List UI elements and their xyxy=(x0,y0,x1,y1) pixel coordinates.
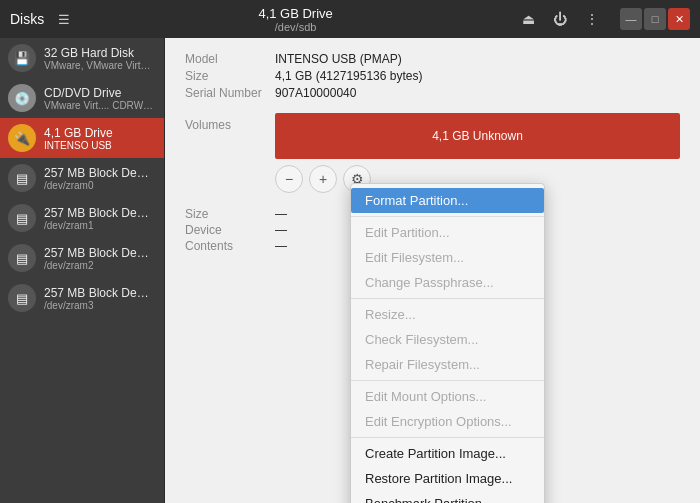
sidebar-text-usb: 4,1 GB Drive INTENSO USB xyxy=(44,126,113,151)
context-menu: Format Partition...Edit Partition...Edit… xyxy=(350,183,545,503)
sidebar-item-usb[interactable]: 🔌 4,1 GB Drive INTENSO USB xyxy=(0,118,164,158)
sidebar-sub-zram3: /dev/zram3 xyxy=(44,300,154,311)
size-value: 4,1 GB (4127195136 bytes) xyxy=(275,69,422,83)
sidebar-icon-zram3: ▤ xyxy=(8,284,36,312)
menu-item-restore-partition-image[interactable]: Restore Partition Image... xyxy=(351,466,544,491)
volume-bar[interactable]: 4,1 GB Unknown xyxy=(275,113,680,159)
menu-item-check-filesystem: Check Filesystem... xyxy=(351,327,544,352)
sidebar-item-zram2[interactable]: ▤ 257 MB Block Device /dev/zram2 xyxy=(0,238,164,278)
detail-contents-value: — xyxy=(275,239,287,253)
size-label: Size xyxy=(185,69,275,83)
menu-item-format-partition[interactable]: Format Partition... xyxy=(351,188,544,213)
sidebar-sub-usb: INTENSO USB xyxy=(44,140,113,151)
content-area: Model INTENSO USB (PMAP) Size 4,1 GB (41… xyxy=(165,38,700,503)
menu-item-resize: Resize... xyxy=(351,302,544,327)
sidebar-sub-hdd: VMware, VMware Virtual S xyxy=(44,60,154,71)
drive-name-title: 4,1 GB Drive xyxy=(258,6,332,21)
sidebar-icon-usb: 🔌 xyxy=(8,124,36,152)
model-row: Model INTENSO USB (PMAP) xyxy=(185,52,680,66)
menu-separator-separator1 xyxy=(351,216,544,217)
drive-info: Model INTENSO USB (PMAP) Size 4,1 GB (41… xyxy=(165,38,700,113)
sidebar-name-usb: 4,1 GB Drive xyxy=(44,126,113,140)
menu-item-repair-filesystem: Repair Filesystem... xyxy=(351,352,544,377)
menu-item-edit-filesystem: Edit Filesystem... xyxy=(351,245,544,270)
model-value: INTENSO USB (PMAP) xyxy=(275,52,402,66)
titlebar-right: ⏏ ⏻ ⋮ — □ ✕ xyxy=(515,7,690,31)
sidebar-name-cdrom: CD/DVD Drive xyxy=(44,86,154,100)
add-volume-button[interactable]: + xyxy=(309,165,337,193)
sidebar-text-zram1: 257 MB Block Device /dev/zram1 xyxy=(44,206,154,231)
power-button[interactable]: ⏻ xyxy=(546,7,574,31)
menu-separator-separator4 xyxy=(351,437,544,438)
volumes-label: Volumes xyxy=(185,113,275,132)
detail-contents-label: Contents xyxy=(185,239,275,253)
eject-button[interactable]: ⏏ xyxy=(515,7,542,31)
titlebar-left: Disks ☰ xyxy=(10,8,76,31)
sidebar-item-zram3[interactable]: ▤ 257 MB Block Device /dev/zram3 xyxy=(0,278,164,318)
sidebar-item-zram0[interactable]: ▤ 257 MB Block Device /dev/zram0 xyxy=(0,158,164,198)
sidebar: 💾 32 GB Hard Disk VMware, VMware Virtual… xyxy=(0,38,165,503)
model-label: Model xyxy=(185,52,275,66)
minimize-button[interactable]: — xyxy=(620,8,642,30)
menu-item-change-passphrase: Change Passphrase... xyxy=(351,270,544,295)
remove-volume-button[interactable]: − xyxy=(275,165,303,193)
sidebar-text-zram2: 257 MB Block Device /dev/zram2 xyxy=(44,246,154,271)
more-options-button[interactable]: ⋮ xyxy=(578,7,606,31)
sidebar-text-cdrom: CD/DVD Drive VMware Virt.... CDRW Drive xyxy=(44,86,154,111)
sidebar-name-zram2: 257 MB Block Device xyxy=(44,246,154,260)
sidebar-item-hdd[interactable]: 💾 32 GB Hard Disk VMware, VMware Virtual… xyxy=(0,38,164,78)
detail-device-label: Device xyxy=(185,223,275,237)
serial-row: Serial Number 907A10000040 xyxy=(185,86,680,100)
sidebar-text-zram0: 257 MB Block Device /dev/zram0 xyxy=(44,166,154,191)
sidebar-sub-zram0: /dev/zram0 xyxy=(44,180,154,191)
serial-label: Serial Number xyxy=(185,86,275,100)
sidebar-sub-zram2: /dev/zram2 xyxy=(44,260,154,271)
volumes-bar-area: 4,1 GB Unknown xyxy=(275,113,700,159)
main-layout: 💾 32 GB Hard Disk VMware, VMware Virtual… xyxy=(0,38,700,503)
sidebar-icon-zram1: ▤ xyxy=(8,204,36,232)
menu-item-benchmark-partition[interactable]: Benchmark Partition... xyxy=(351,491,544,503)
sidebar-text-hdd: 32 GB Hard Disk VMware, VMware Virtual S xyxy=(44,46,154,71)
detail-size-value: — xyxy=(275,207,287,221)
menu-separator-separator3 xyxy=(351,380,544,381)
drive-dev-title: /dev/sdb xyxy=(275,21,317,33)
sidebar-name-zram1: 257 MB Block Device xyxy=(44,206,154,220)
sidebar-icon-hdd: 💾 xyxy=(8,44,36,72)
size-row: Size 4,1 GB (4127195136 bytes) xyxy=(185,69,680,83)
menu-separator-separator2 xyxy=(351,298,544,299)
sidebar-text-zram3: 257 MB Block Device /dev/zram3 xyxy=(44,286,154,311)
menu-item-edit-encryption-options: Edit Encryption Options... xyxy=(351,409,544,434)
sidebar-icon-zram2: ▤ xyxy=(8,244,36,272)
sidebar-name-zram3: 257 MB Block Device xyxy=(44,286,154,300)
detail-size-label: Size xyxy=(185,207,275,221)
menu-item-edit-partition: Edit Partition... xyxy=(351,220,544,245)
menu-button[interactable]: ☰ xyxy=(52,8,76,31)
sidebar-icon-cdrom: 💿 xyxy=(8,84,36,112)
titlebar: Disks ☰ 4,1 GB Drive /dev/sdb ⏏ ⏻ ⋮ — □ … xyxy=(0,0,700,38)
sidebar-item-cdrom[interactable]: 💿 CD/DVD Drive VMware Virt.... CDRW Driv… xyxy=(0,78,164,118)
maximize-button[interactable]: □ xyxy=(644,8,666,30)
sidebar-item-zram1[interactable]: ▤ 257 MB Block Device /dev/zram1 xyxy=(0,198,164,238)
volumes-section: Volumes 4,1 GB Unknown xyxy=(165,113,700,159)
wm-buttons: — □ ✕ xyxy=(620,8,690,30)
sidebar-icon-zram0: ▤ xyxy=(8,164,36,192)
titlebar-center: 4,1 GB Drive /dev/sdb xyxy=(258,6,332,33)
sidebar-sub-zram1: /dev/zram1 xyxy=(44,220,154,231)
app-title: Disks xyxy=(10,11,44,27)
sidebar-name-hdd: 32 GB Hard Disk xyxy=(44,46,154,60)
menu-item-edit-mount-options: Edit Mount Options... xyxy=(351,384,544,409)
close-button[interactable]: ✕ xyxy=(668,8,690,30)
sidebar-name-zram0: 257 MB Block Device xyxy=(44,166,154,180)
serial-value: 907A10000040 xyxy=(275,86,356,100)
menu-item-create-partition-image[interactable]: Create Partition Image... xyxy=(351,441,544,466)
detail-device-value: — xyxy=(275,223,287,237)
sidebar-sub-cdrom: VMware Virt.... CDRW Drive xyxy=(44,100,154,111)
volume-bar-text: 4,1 GB Unknown xyxy=(432,129,523,143)
